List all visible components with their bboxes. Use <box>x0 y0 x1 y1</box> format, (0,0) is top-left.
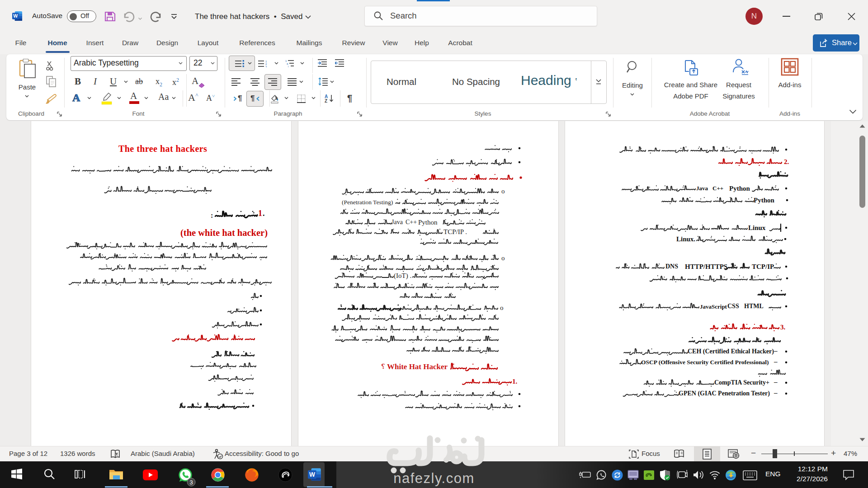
svg-text:W: W <box>13 13 18 19</box>
svg-text:Z: Z <box>325 99 327 103</box>
svg-text:W: W <box>309 471 315 478</box>
svg-text:i: i <box>288 65 288 68</box>
svg-text:3: 3 <box>265 66 267 68</box>
svg-text:3: 3 <box>189 479 193 486</box>
